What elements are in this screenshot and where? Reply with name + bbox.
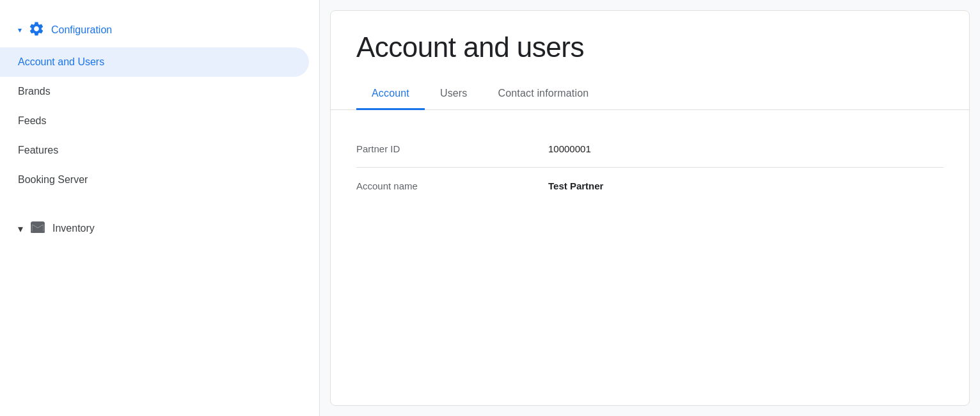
sidebar-item-label: Booking Server bbox=[18, 174, 88, 185]
sidebar-item-label: Features bbox=[18, 145, 58, 156]
sidebar: ▾ Configuration Account and Users Brands… bbox=[0, 0, 320, 416]
account-name-row: Account name Test Partner bbox=[356, 168, 944, 204]
chevron-down-icon: ▾ bbox=[18, 26, 22, 35]
account-name-label: Account name bbox=[356, 180, 548, 191]
sidebar-inventory-label: Inventory bbox=[52, 223, 95, 234]
sidebar-item-account-and-users[interactable]: Account and Users bbox=[0, 47, 309, 77]
tab-account[interactable]: Account bbox=[356, 79, 425, 110]
tab-contact-information[interactable]: Contact information bbox=[483, 79, 605, 110]
partner-id-label: Partner ID bbox=[356, 143, 548, 154]
page-title-area: Account and users bbox=[331, 11, 969, 79]
content-area: Partner ID 10000001 Account name Test Pa… bbox=[331, 110, 969, 405]
gear-icon bbox=[28, 20, 45, 40]
chevron-down-icon: ▾ bbox=[18, 223, 23, 235]
sidebar-item-features[interactable]: Features bbox=[0, 136, 319, 165]
partner-id-value: 10000001 bbox=[548, 143, 591, 154]
sidebar-inventory-section[interactable]: ▾ Inventory bbox=[0, 210, 319, 247]
tabs-bar: Account Users Contact information bbox=[331, 79, 969, 110]
store-icon bbox=[29, 219, 46, 238]
sidebar-item-label: Account and Users bbox=[18, 56, 104, 67]
tab-users[interactable]: Users bbox=[425, 79, 483, 110]
sidebar-config-label: Configuration bbox=[51, 24, 112, 36]
sidebar-item-feeds[interactable]: Feeds bbox=[0, 106, 319, 136]
account-name-value: Test Partner bbox=[548, 180, 603, 191]
sidebar-item-label: Brands bbox=[18, 86, 51, 97]
sidebar-item-brands[interactable]: Brands bbox=[0, 77, 319, 106]
sidebar-item-booking-server[interactable]: Booking Server bbox=[0, 165, 319, 195]
sidebar-item-label: Feeds bbox=[18, 115, 46, 126]
partner-id-row: Partner ID 10000001 bbox=[356, 131, 944, 168]
page-title: Account and users bbox=[356, 31, 944, 63]
sidebar-configuration-section[interactable]: ▾ Configuration bbox=[0, 13, 319, 47]
main-content: Account and users Account Users Contact … bbox=[330, 10, 970, 406]
